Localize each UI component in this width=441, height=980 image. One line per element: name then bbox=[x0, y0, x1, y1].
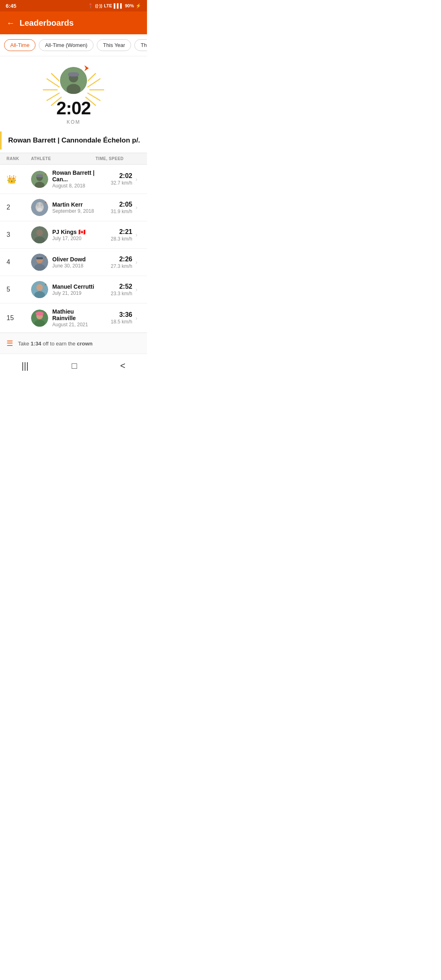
back-button[interactable]: ← bbox=[7, 18, 15, 28]
speed-value: 23.3 km/h bbox=[111, 291, 132, 296]
rank-cell: 3 bbox=[7, 231, 31, 238]
speed-value: 28.3 km/h bbox=[111, 236, 132, 242]
nav-menu-button[interactable]: ||| bbox=[22, 361, 29, 371]
athlete-name: Rowan Barrett | Can... bbox=[52, 169, 96, 183]
rank-number: 4 bbox=[7, 258, 10, 266]
hint-crown: crown bbox=[77, 341, 92, 347]
speed-value: 27.3 km/h bbox=[111, 263, 132, 269]
chevron-cell: › bbox=[132, 286, 140, 293]
table-row[interactable]: 5 Manuel Cerrutti July 21, 2019 2:52 23.… bbox=[0, 276, 147, 303]
speed-value: 31.9 km/h bbox=[111, 209, 132, 214]
filter-tab-all-time-women[interactable]: All-Time (Women) bbox=[39, 39, 94, 51]
rank-cell: 4 bbox=[7, 258, 31, 266]
svg-marker-26 bbox=[45, 199, 48, 203]
athlete-avatar bbox=[31, 171, 48, 188]
segment-name: Rowan Barrett | Cannondale Échelon p/. bbox=[0, 131, 147, 149]
chevron-cell: › bbox=[132, 176, 140, 183]
athlete-name: Manuel Cerrutti bbox=[52, 283, 94, 290]
leaderboard-table: 👑 Rowan Barrett | Can... August 8, 2018 … bbox=[0, 165, 147, 333]
chevron-cell: › bbox=[132, 259, 140, 265]
rank-number: 15 bbox=[7, 314, 14, 322]
chevron-cell: › bbox=[132, 232, 140, 238]
col-athlete: ATHLETE bbox=[31, 156, 96, 161]
table-row[interactable]: 2 Martin Kerr September 9, 2018 2:05 31.… bbox=[0, 194, 147, 221]
svg-marker-44 bbox=[45, 310, 48, 314]
kom-label: KOM bbox=[67, 119, 80, 125]
athlete-cell: Martin Kerr September 9, 2018 bbox=[31, 199, 96, 216]
athlete-strava-badge bbox=[43, 171, 48, 176]
athlete-avatar bbox=[31, 254, 48, 271]
athlete-name: Oliver Dowd bbox=[52, 256, 86, 263]
athlete-avatar bbox=[31, 281, 48, 298]
hint-time: 1:34 bbox=[31, 341, 41, 347]
svg-point-37 bbox=[36, 284, 43, 291]
svg-marker-30 bbox=[45, 226, 48, 231]
table-row[interactable]: 3 PJ Kings 🇨🇦 July 17, 2020 2:21 28.3 km… bbox=[0, 221, 147, 249]
athlete-name: Martin Kerr bbox=[52, 201, 94, 208]
lte-icon: LTE bbox=[104, 3, 112, 8]
filter-tab-this-year-women[interactable]: This Year (Women) bbox=[134, 39, 147, 51]
athlete-cell: Manuel Cerrutti July 21, 2019 bbox=[31, 281, 96, 298]
svg-point-28 bbox=[36, 229, 43, 236]
kom-avatar-wrapper bbox=[59, 66, 88, 95]
status-bar: 6:45 📍 ((·)) LTE ▌▌▌ 90% ⚡ bbox=[0, 0, 147, 11]
filter-tab-this-year[interactable]: This Year bbox=[97, 39, 131, 51]
table-header: RANK ATHLETE TIME, SPEED bbox=[0, 153, 147, 165]
athlete-info: Mathieu Rainville August 21, 2021 bbox=[52, 308, 96, 327]
athlete-date: September 9, 2018 bbox=[52, 208, 94, 214]
athlete-avatar bbox=[31, 310, 48, 327]
chevron-cell: › bbox=[132, 204, 140, 211]
svg-point-25 bbox=[37, 208, 42, 211]
time-value: 2:52 bbox=[119, 283, 132, 290]
svg-marker-20 bbox=[45, 171, 48, 175]
athlete-info: Rowan Barrett | Can... August 8, 2018 bbox=[52, 169, 96, 189]
time-cell: 2:21 28.3 km/h bbox=[96, 228, 132, 242]
col-chevron bbox=[132, 156, 140, 161]
rank-cell: 5 bbox=[7, 286, 31, 293]
time-value: 2:21 bbox=[119, 228, 132, 236]
athlete-name: PJ Kings 🇨🇦 bbox=[52, 229, 85, 235]
crown-icon: 👑 bbox=[7, 174, 17, 184]
athlete-date: August 8, 2018 bbox=[52, 183, 96, 189]
svg-rect-19 bbox=[36, 174, 43, 177]
table-row[interactable]: 15 Mathieu Rainville August 21, 2021 3:3… bbox=[0, 303, 147, 333]
location-icon: 📍 bbox=[88, 3, 94, 9]
page-title: Leaderboards bbox=[20, 18, 74, 28]
time-cell: 2:26 27.3 km/h bbox=[96, 256, 132, 269]
svg-marker-15 bbox=[85, 65, 89, 71]
svg-point-43 bbox=[36, 312, 44, 316]
table-row[interactable]: 4 Oliver Dowd June 30, 2018 2:26 27.3 km… bbox=[0, 249, 147, 276]
speed-value: 18.5 km/h bbox=[111, 319, 132, 325]
athlete-date: August 21, 2021 bbox=[52, 322, 96, 327]
nav-back-button[interactable]: < bbox=[120, 361, 125, 371]
athlete-name: Mathieu Rainville bbox=[52, 308, 96, 321]
time-value: 2:26 bbox=[119, 256, 132, 263]
athlete-info: PJ Kings 🇨🇦 July 17, 2020 bbox=[52, 229, 85, 241]
athlete-info: Manuel Cerrutti July 21, 2019 bbox=[52, 283, 94, 296]
signal-icon: ▌▌▌ bbox=[114, 3, 123, 8]
rank-cell: 👑 bbox=[7, 174, 31, 184]
svg-line-0 bbox=[47, 79, 59, 87]
athlete-date: July 17, 2020 bbox=[52, 236, 85, 241]
table-row[interactable]: 👑 Rowan Barrett | Can... August 8, 2018 … bbox=[0, 165, 147, 194]
kom-section: 2:02 KOM bbox=[0, 56, 147, 131]
athlete-info: Martin Kerr September 9, 2018 bbox=[52, 201, 94, 214]
athlete-info: Oliver Dowd June 30, 2018 bbox=[52, 256, 86, 269]
bottom-nav: ||| □ < bbox=[0, 354, 147, 378]
filter-tab-all-time[interactable]: All-Time bbox=[4, 39, 36, 51]
chevron-cell: › bbox=[132, 315, 140, 321]
svg-point-23 bbox=[36, 203, 39, 207]
status-right: 📍 ((·)) LTE ▌▌▌ 90% ⚡ bbox=[88, 3, 141, 9]
athlete-cell: PJ Kings 🇨🇦 July 17, 2020 bbox=[31, 226, 96, 243]
strava-badge-kom bbox=[83, 65, 90, 72]
time-value: 2:05 bbox=[119, 201, 132, 208]
rank-cell: 15 bbox=[7, 314, 31, 322]
athlete-date: June 30, 2018 bbox=[52, 263, 86, 269]
athlete-strava-badge bbox=[43, 226, 48, 232]
col-rank: RANK bbox=[7, 156, 31, 161]
status-time: 6:45 bbox=[6, 3, 16, 9]
athlete-avatar bbox=[31, 199, 48, 216]
nav-home-button[interactable]: □ bbox=[72, 361, 77, 371]
hint-text: Take 1:34 off to earn the crown bbox=[18, 341, 93, 347]
athlete-strava-badge bbox=[43, 254, 48, 259]
